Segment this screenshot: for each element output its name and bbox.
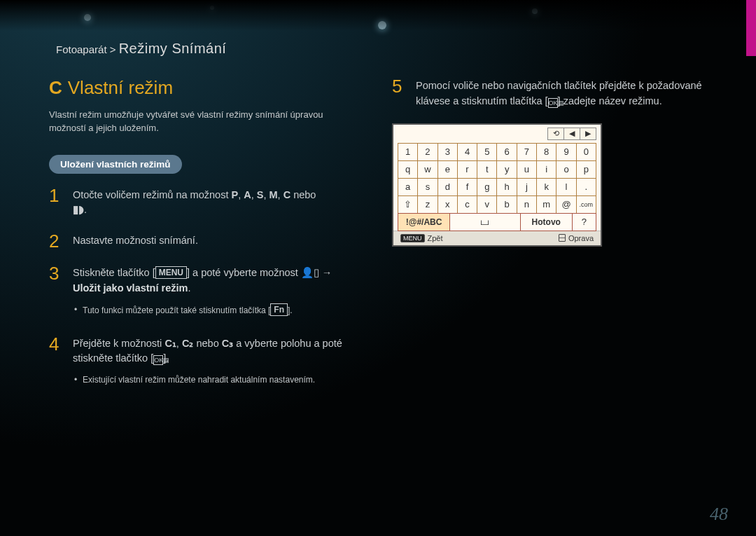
kbd-key-l[interactable]: l [556,178,576,196]
kbd-key-k[interactable]: k [536,178,556,196]
kbd-key-.com[interactable]: .com [576,195,596,214]
kbd-key-z[interactable]: z [417,195,438,214]
kbd-key-@[interactable]: @ [556,195,576,214]
kbd-cursor-left[interactable]: ◀ [564,128,580,140]
kbd-key-g[interactable]: g [477,178,497,196]
kbd-key-9[interactable]: 9 [556,143,576,161]
kbd-done[interactable]: Hotovo [520,213,573,231]
kbd-key-t[interactable]: t [477,160,497,179]
kbd-undo-button[interactable]: ⟲ [547,128,564,140]
kbd-key-3[interactable]: 3 [438,143,458,161]
page-title: CVlastní režim [49,77,371,99]
kbd-key-s[interactable]: s [417,178,438,196]
kbd-foot-back[interactable]: MENUZpět [400,234,443,242]
fn-button-label: Fn [270,303,288,316]
kbd-key-x[interactable]: x [438,195,458,214]
kbd-key-f[interactable]: f [457,178,477,196]
kbd-foot-delete[interactable]: Oprava [559,234,594,242]
kbd-cursor-right[interactable]: ▶ [580,128,596,140]
kbd-key-y[interactable]: y [496,160,517,179]
mode-glyph: C [49,77,62,98]
step-3-note: Tuto funkci můžete použít také stisknutí… [73,303,332,317]
trash-icon [559,234,566,242]
kbd-key-5[interactable]: 5 [477,143,497,161]
menu-button-label: MENU [155,266,187,279]
step-5: 5 Pomocí voliče nebo navigačních tlačíte… [392,77,714,109]
kbd-key-0[interactable]: 0 [576,143,596,161]
onscreen-keyboard: ⟲ ◀ ▶ 1234567890 qwertyuiop asdfghjkl. ⇧… [392,123,602,247]
kbd-key-1[interactable]: 1 [398,143,418,161]
ok-button-icon: OK▤ [153,355,163,365]
kbd-key-r[interactable]: r [457,160,477,179]
step-3: 3 Stiskněte tlačítko [MENU] a poté vyber… [49,264,371,321]
kbd-key-⇧[interactable]: ⇧ [398,195,418,214]
breadcrumb-title: Režimy Snímání [119,41,227,56]
kbd-key-7[interactable]: 7 [517,143,537,161]
kbd-help[interactable]: ? [572,213,596,231]
kbd-key-8[interactable]: 8 [536,143,556,161]
step-4: 4 Přejděte k možnosti C₁, C₂ nebo C₃ a v… [49,335,371,391]
kbd-key-4[interactable]: 4 [457,143,477,161]
kbd-key-h[interactable]: h [496,178,517,196]
kbd-key-c[interactable]: c [457,195,477,214]
kbd-key-u[interactable]: u [517,160,537,179]
page-title-text: Vlastní režim [68,77,173,98]
page-number: 48 [710,504,728,525]
kbd-key-w[interactable]: w [417,160,438,179]
kbd-key-m[interactable]: m [536,195,556,214]
kbd-key-b[interactable]: b [496,195,517,214]
user-mode-icon: 👤▯ [301,267,319,278]
kbd-key-.[interactable]: . [576,178,596,196]
kbd-key-j[interactable]: j [517,178,537,196]
kbd-mode-switch[interactable]: !@#/ABC [398,213,450,231]
intro-text: Vlastní režim umožňuje vytvářet své vlas… [49,109,350,135]
section-pill: Uložení vlastních režimů [49,155,182,174]
breadcrumb: Fotoaparát > Režimy Snímání [56,41,226,57]
kbd-key-d[interactable]: d [438,178,458,196]
kbd-key-q[interactable]: q [398,160,418,179]
ok-button-icon: OK▤ [548,98,558,108]
kbd-key-6[interactable]: 6 [496,143,517,161]
step-4-note: Existující vlastní režim můžete nahradit… [73,373,371,386]
step-1: 1 Otočte voličem režimů na možnost P, A,… [49,186,371,219]
step-2: 2 Nastavte možnosti snímání. [49,232,371,250]
breadcrumb-prefix: Fotoaparát > [56,43,115,55]
kbd-key-o[interactable]: o [556,160,576,179]
video-icon: ▮◗ [73,204,84,215]
kbd-key-2[interactable]: 2 [417,143,438,161]
kbd-key-n[interactable]: n [517,195,537,214]
kbd-key-v[interactable]: v [477,195,497,214]
kbd-key-e[interactable]: e [438,160,458,179]
kbd-key-a[interactable]: a [398,178,418,196]
kbd-key-i[interactable]: i [536,160,556,179]
kbd-space[interactable]: ⌴ [449,213,521,231]
kbd-key-p[interactable]: p [576,160,596,179]
